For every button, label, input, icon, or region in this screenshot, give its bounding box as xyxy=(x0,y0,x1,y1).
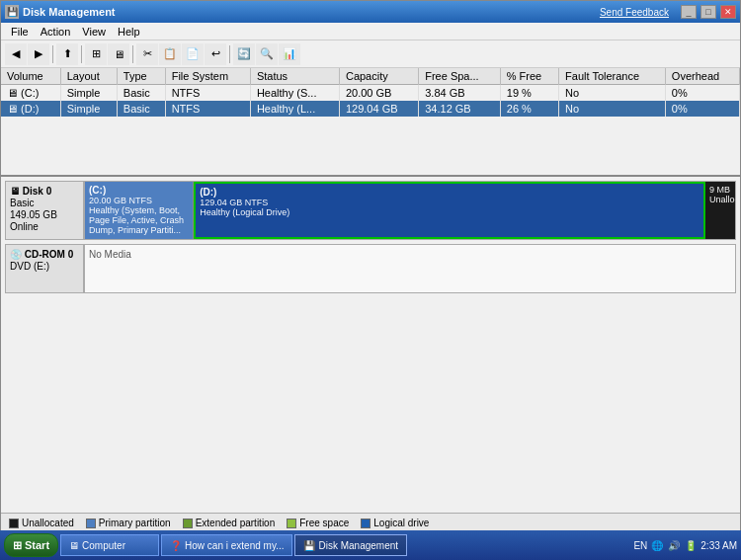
cdrom-0-status: No Media xyxy=(89,249,131,260)
disk-view: 🖥 Disk 0 Basic 149.05 GB Online (C:) 20.… xyxy=(1,177,740,513)
toolbar-copy[interactable]: 📋 xyxy=(159,43,181,65)
menu-view[interactable]: View xyxy=(76,26,112,38)
cdrom-0-name: 💿 CD-ROM 0 xyxy=(10,249,79,260)
disk-0-row: 🖥 Disk 0 Basic 149.05 GB Online (C:) 20.… xyxy=(5,181,736,240)
legend-extended: Extended partition xyxy=(183,518,276,528)
legend-primary-label: Primary partition xyxy=(99,518,171,528)
col-status[interactable]: Status xyxy=(250,68,339,85)
cell-fs: NTFS xyxy=(165,101,250,117)
partition-c[interactable]: (C:) 20.00 GB NTFS Healthy (System, Boot… xyxy=(85,182,194,239)
cell-type: Basic xyxy=(117,85,165,102)
toolbar-forward[interactable]: ▶ xyxy=(28,43,49,65)
legend: Unallocated Primary partition Extended p… xyxy=(1,513,740,532)
col-volume[interactable]: Volume xyxy=(1,68,60,85)
cell-fs: NTFS xyxy=(165,85,250,102)
close-button[interactable]: ✕ xyxy=(720,5,736,19)
toolbar-display[interactable]: 🖥 xyxy=(108,43,129,65)
disk-0-label: 🖥 Disk 0 Basic 149.05 GB Online xyxy=(5,181,84,240)
toolbar-refresh[interactable]: 🔄 xyxy=(233,43,255,65)
taskbar-extend-icon: ❓ xyxy=(170,540,182,551)
legend-unallocated: Unallocated xyxy=(9,518,74,528)
toolbar-properties[interactable]: 📊 xyxy=(279,43,300,65)
send-feedback-link[interactable]: Send Feedback xyxy=(600,7,669,18)
col-percent[interactable]: % Free xyxy=(500,68,558,85)
start-button[interactable]: ⊞ Start xyxy=(4,533,58,557)
toolbar-windows[interactable]: ⊞ xyxy=(85,43,107,65)
legend-primary: Primary partition xyxy=(86,518,171,528)
disk-0-type: Basic xyxy=(10,198,79,208)
disk-0-status: Online xyxy=(10,221,79,232)
toolbar-separator-2 xyxy=(81,45,82,63)
taskbar-tray: EN 🌐 🔊 🔋 2:33 AM xyxy=(633,538,737,552)
cell-capacity: 20.00 GB xyxy=(339,85,418,102)
partition-d[interactable]: (D:) 129.04 GB NTFS Healthy (Logical Dri… xyxy=(194,182,705,239)
cell-free: 3.84 GB xyxy=(419,85,501,102)
disk-0-name: 🖥 Disk 0 xyxy=(10,186,79,197)
menubar: File Action View Help xyxy=(1,23,740,40)
legend-extended-box xyxy=(183,519,193,528)
menu-action[interactable]: Action xyxy=(35,26,77,38)
cell-status: Healthy (S... xyxy=(250,85,339,102)
legend-logical-box xyxy=(361,519,370,528)
toolbar-up[interactable]: ⬆ xyxy=(56,43,78,65)
minimize-button[interactable]: _ xyxy=(681,5,697,19)
start-icon: ⊞ xyxy=(13,539,22,552)
toolbar-search[interactable]: 🔍 xyxy=(256,43,278,65)
col-type[interactable]: Type xyxy=(117,68,165,85)
toolbar-paste[interactable]: 📄 xyxy=(182,43,204,65)
cell-overhead: 0% xyxy=(665,85,739,102)
table-row[interactable]: 🖥 (D:) Simple Basic NTFS Healthy (L... 1… xyxy=(1,101,740,117)
col-layout[interactable]: Layout xyxy=(60,68,117,85)
col-filesystem[interactable]: File System xyxy=(165,68,250,85)
col-freespace[interactable]: Free Spa... xyxy=(419,68,501,85)
table-header: Volume Layout Type File System Status Ca… xyxy=(1,68,740,85)
titlebar: 💾 Disk Management Send Feedback _ □ ✕ xyxy=(1,1,740,23)
legend-logical-label: Logical drive xyxy=(373,518,429,528)
taskbar-computer[interactable]: 🖥 Computer xyxy=(60,534,159,556)
toolbar-cut[interactable]: ✂ xyxy=(136,43,158,65)
cell-volume: 🖥 (D:) xyxy=(1,101,60,117)
taskbar-disk-mgmt[interactable]: 💾 Disk Management xyxy=(294,534,407,556)
taskbar-extend[interactable]: ❓ How can i extend my... xyxy=(161,534,292,556)
partition-unalloc-label: Unallocated xyxy=(709,195,731,204)
menu-help[interactable]: Help xyxy=(112,26,146,38)
cell-free: 34.12 GB xyxy=(419,101,501,117)
cell-overhead: 0% xyxy=(665,101,739,117)
partition-c-size: 20.00 GB NTFS xyxy=(89,196,189,205)
cdrom-0-label: 💿 CD-ROM 0 DVD (E:) xyxy=(5,244,84,293)
battery-icon[interactable]: 🔋 xyxy=(684,538,698,552)
table-row[interactable]: 🖥 (C:) Simple Basic NTFS Healthy (S... 2… xyxy=(1,85,740,102)
col-capacity[interactable]: Capacity xyxy=(339,68,418,85)
legend-free-box xyxy=(287,519,296,528)
main-window: 💾 Disk Management Send Feedback _ □ ✕ Fi… xyxy=(0,0,741,533)
titlebar-right: Send Feedback _ □ ✕ xyxy=(600,5,736,19)
col-overhead[interactable]: Overhead xyxy=(665,68,739,85)
legend-extended-label: Extended partition xyxy=(196,518,276,528)
volume-list: Volume Layout Type File System Status Ca… xyxy=(1,68,740,177)
menu-file[interactable]: File xyxy=(5,26,35,38)
cell-layout: Simple xyxy=(60,85,117,102)
col-fault[interactable]: Fault Tolerance xyxy=(559,68,666,85)
taskbar-computer-icon: 🖥 xyxy=(69,540,79,551)
network-icon[interactable]: 🌐 xyxy=(650,538,664,552)
table-body: 🖥 (C:) Simple Basic NTFS Healthy (S... 2… xyxy=(1,85,740,118)
toolbar-undo[interactable]: ↩ xyxy=(205,43,226,65)
taskbar-items: 🖥 Computer ❓ How can i extend my... 💾 Di… xyxy=(60,534,631,556)
partition-d-size: 129.04 GB NTFS xyxy=(200,198,700,207)
titlebar-left: 💾 Disk Management xyxy=(5,5,116,19)
toolbar-back[interactable]: ◀ xyxy=(5,43,27,65)
volume-icon[interactable]: 🔊 xyxy=(667,538,681,552)
partition-d-status: Healthy (Logical Drive) xyxy=(200,207,700,217)
main-content: Volume Layout Type File System Status Ca… xyxy=(1,68,740,532)
start-label: Start xyxy=(25,539,49,551)
toolbar: ◀ ▶ ⬆ ⊞ 🖥 ✂ 📋 📄 ↩ 🔄 🔍 📊 xyxy=(1,40,740,68)
restore-button[interactable]: □ xyxy=(700,5,716,19)
clock[interactable]: 2:33 AM xyxy=(700,540,737,551)
cell-pct: 19 % xyxy=(500,85,558,102)
legend-free: Free space xyxy=(287,518,349,528)
cell-pct: 26 % xyxy=(500,101,558,117)
cell-layout: Simple xyxy=(60,101,117,117)
partition-c-name: (C:) xyxy=(89,185,189,196)
toolbar-separator-4 xyxy=(229,45,230,63)
partition-unallocated[interactable]: 9 MB Unallocated xyxy=(705,182,735,239)
